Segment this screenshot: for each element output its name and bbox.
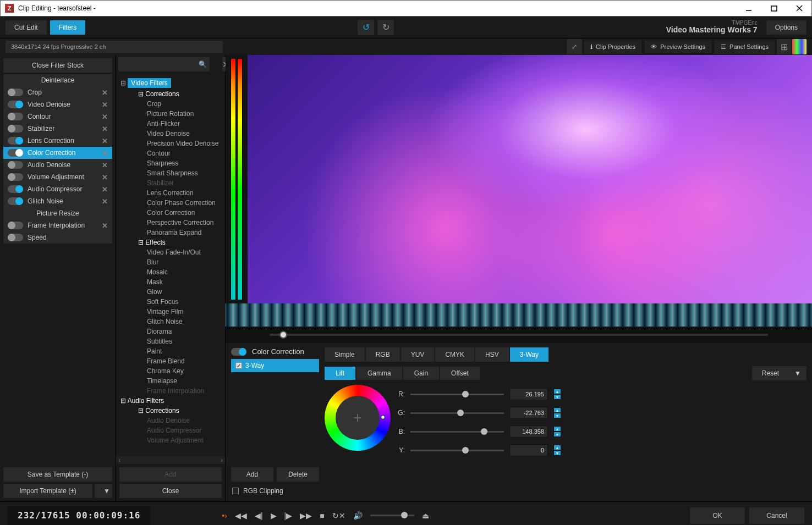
seek-thumb[interactable]	[279, 331, 287, 339]
options-button[interactable]: Options	[766, 20, 806, 35]
undo-button[interactable]: ↺	[358, 20, 374, 35]
spinner[interactable]: ▲▼	[553, 407, 561, 418]
tree-node[interactable]: ⊟ Effects	[118, 237, 223, 247]
color-wheel[interactable]: +	[325, 385, 391, 451]
remove-icon[interactable]: ✕	[102, 137, 108, 145]
panel-settings-tab[interactable]: ☰Panel Settings	[714, 40, 776, 54]
remove-icon[interactable]: ✕	[102, 101, 108, 109]
remove-icon[interactable]: ✕	[102, 149, 108, 157]
cc-tab-simple[interactable]: Simple	[325, 347, 365, 362]
remove-icon[interactable]: ✕	[102, 161, 108, 169]
seek-bar[interactable]	[226, 327, 812, 343]
cc-tab-cmyk[interactable]: CMYK	[435, 347, 474, 362]
tree-node[interactable]: Glitch Noise	[118, 317, 223, 327]
tree-node[interactable]: Audio Denoise	[118, 416, 223, 425]
cc-enable-toggle[interactable]	[231, 348, 246, 356]
tree-node[interactable]: Anti-Flicker	[118, 119, 223, 129]
tree-node[interactable]: ⊟ Audio Filters	[118, 396, 223, 406]
toggle-icon[interactable]	[8, 197, 23, 205]
cc-tab-3-way[interactable]: 3-Way	[510, 347, 548, 362]
cc-subtab-lift[interactable]: Lift	[325, 367, 355, 380]
stop-icon[interactable]: ■	[320, 511, 324, 520]
toggle-icon[interactable]	[8, 101, 23, 108]
cut-edit-button[interactable]: Cut Edit	[6, 20, 47, 35]
filter-item-crop[interactable]: Crop✕	[3, 86, 112, 98]
tree-node[interactable]: Color Phase Correction	[118, 198, 223, 208]
tree-node[interactable]: Perspective Correction	[118, 218, 223, 228]
audio-waveform[interactable]	[226, 303, 812, 327]
remove-icon[interactable]: ✕	[102, 89, 108, 97]
filter-item-glitch-noise[interactable]: Glitch Noise✕	[3, 195, 112, 207]
tree-close-button[interactable]: Close	[119, 484, 222, 498]
tree-video-filters[interactable]: ⊟ Video Filters	[118, 77, 223, 89]
record-mark-icon[interactable]: •›	[222, 511, 227, 520]
tree-node[interactable]: Timelapse	[118, 376, 223, 386]
tree-node[interactable]: Video Denoise	[118, 129, 223, 139]
slider-thumb[interactable]	[462, 391, 469, 397]
remove-icon[interactable]: ✕	[102, 113, 108, 121]
tree-node[interactable]: Frame Interpolation	[118, 386, 223, 396]
tree-node[interactable]: Vintage Film	[118, 307, 223, 317]
video-preview[interactable]	[248, 55, 812, 303]
tree-node[interactable]: Sharpness	[118, 158, 223, 168]
toggle-icon[interactable]	[8, 113, 23, 120]
step-fwd-icon[interactable]: |▶	[284, 511, 293, 520]
tree-node[interactable]: Diorama	[118, 327, 223, 336]
slider-value[interactable]: -22.763	[509, 407, 548, 419]
import-template-button[interactable]: Import Template (±)	[3, 484, 92, 498]
tree-node[interactable]: Chroma Key	[118, 366, 223, 376]
filter-search-input[interactable]	[118, 57, 210, 71]
toggle-icon[interactable]	[8, 89, 23, 96]
tree-node[interactable]: ⊟ Corrections	[118, 89, 223, 99]
slider-track[interactable]	[410, 450, 504, 451]
cc-delete-button[interactable]: Delete	[277, 467, 319, 482]
tree-add-button[interactable]: Add	[119, 467, 222, 482]
cc-sub-3way[interactable]: ✓ 3-Way	[231, 359, 319, 372]
tree-node[interactable]: Glow	[118, 287, 223, 297]
wheel-picker-dot[interactable]	[381, 415, 385, 419]
check-icon[interactable]: ✓	[235, 362, 242, 369]
toggle-icon[interactable]	[8, 185, 23, 193]
play-icon[interactable]: ▶	[271, 511, 277, 520]
toggle-icon[interactable]	[8, 125, 23, 132]
tree-node[interactable]: Mask	[118, 277, 223, 287]
tree-node[interactable]: Stabilizer	[118, 178, 223, 188]
spinner[interactable]: ▲▼	[553, 445, 561, 456]
import-template-dropdown[interactable]: ▼	[95, 484, 112, 498]
redo-button[interactable]: ↻	[377, 20, 394, 35]
cc-subtab-offset[interactable]: Offset	[440, 367, 480, 380]
toggle-icon[interactable]	[8, 222, 23, 229]
tree-node[interactable]: Panorama Expand	[118, 228, 223, 237]
tree-hscroll[interactable]: ‹›	[116, 456, 225, 464]
tree-node[interactable]: Precision Video Denoise	[118, 139, 223, 148]
tree-node[interactable]: Blur	[118, 257, 223, 267]
cc-tab-hsv[interactable]: HSV	[475, 347, 509, 362]
ffwd-icon[interactable]: ▶▶	[300, 511, 312, 520]
eject-icon[interactable]: ⏏	[422, 511, 429, 520]
tree-node[interactable]: Contour	[118, 148, 223, 158]
tree-node[interactable]: Soft Focus	[118, 297, 223, 307]
filter-item-lens-correction[interactable]: Lens Correction✕	[3, 135, 112, 147]
filter-item-stabilizer[interactable]: Stabilizer✕	[3, 123, 112, 135]
filters-button[interactable]: Filters	[50, 20, 86, 35]
tree-node[interactable]: Color Correction	[118, 208, 223, 218]
slider-track[interactable]	[410, 394, 504, 395]
close-button[interactable]	[792, 3, 807, 14]
slider-thumb[interactable]	[457, 410, 464, 416]
tree-node[interactable]: Mosaic	[118, 267, 223, 277]
filter-item-video-denoise[interactable]: Video Denoise✕	[3, 98, 112, 110]
add-panel-icon[interactable]: ⊞	[777, 39, 791, 54]
toggle-icon[interactable]	[8, 137, 23, 145]
toggle-icon[interactable]	[8, 173, 23, 181]
filter-item-audio-compressor[interactable]: Audio Compressor✕	[3, 183, 112, 195]
filter-item-audio-denoise[interactable]: Audio Denoise✕	[3, 159, 112, 171]
slider-value[interactable]: 0	[509, 444, 548, 456]
toggle-icon[interactable]	[8, 161, 23, 169]
cc-tab-rgb[interactable]: RGB	[366, 347, 400, 362]
filter-tree[interactable]: ⊟ Video Filters⊟ CorrectionsCropPicture …	[116, 74, 225, 456]
checkbox-icon[interactable]	[232, 488, 239, 494]
tree-node[interactable]: Volume Adjustment	[118, 435, 223, 445]
remove-icon[interactable]: ✕	[102, 125, 108, 133]
rgb-clipping-row[interactable]: RGB Clipping	[231, 485, 319, 497]
filter-item-volume-adjustment[interactable]: Volume Adjustment✕	[3, 171, 112, 183]
